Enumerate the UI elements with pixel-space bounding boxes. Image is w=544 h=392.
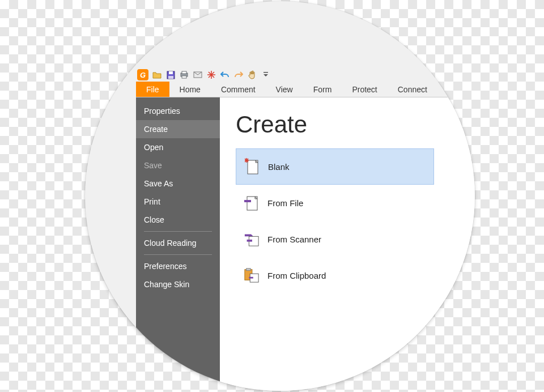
tab-form[interactable]: Form [303, 82, 342, 97]
menu-item-change-skin[interactable]: Change Skin [136, 275, 220, 293]
menu-item-label: Open [144, 143, 163, 152]
tab-file[interactable]: File [136, 82, 169, 97]
svg-rect-5 [182, 76, 186, 78]
menu-item-label: Create [144, 125, 168, 134]
tab-label: Form [313, 85, 332, 94]
quick-access-toolbar: G [136, 68, 475, 82]
file-backstage: Properties Create Open Save Save As Prin… [136, 97, 475, 391]
menu-divider [144, 254, 212, 255]
menu-item-properties[interactable]: Properties [136, 102, 220, 120]
panel-title: Create [236, 111, 475, 138]
tab-comment[interactable]: Comment [211, 82, 266, 97]
tab-label: Home [180, 85, 201, 94]
tab-label: Connect [398, 85, 427, 94]
menu-item-label: Close [144, 215, 164, 224]
create-option-label: Blank [268, 162, 290, 172]
create-option-from-scanner[interactable]: From Scanner [236, 221, 434, 257]
file-menu-sidebar: Properties Create Open Save Save As Prin… [136, 97, 220, 391]
create-option-label: From File [267, 198, 303, 208]
svg-rect-20 [247, 240, 252, 242]
tab-label: Comment [221, 85, 256, 94]
create-option-label: From Clipboard [267, 271, 326, 280]
tab-label: Protect [352, 85, 377, 94]
svg-rect-4 [182, 71, 186, 74]
blank-doc-icon [244, 159, 260, 174]
app-window: G [136, 68, 475, 391]
menu-item-label: Properties [144, 106, 180, 116]
svg-rect-18 [244, 200, 251, 202]
create-option-from-clipboard[interactable]: From Clipboard [236, 257, 434, 293]
circular-mask: G [85, 1, 475, 391]
create-option-label: From Scanner [267, 235, 321, 244]
svg-rect-24 [249, 277, 253, 279]
menu-item-label: Cloud Reading [144, 238, 197, 248]
svg-rect-2 [168, 76, 173, 79]
from-clipboard-icon [244, 267, 260, 283]
menu-item-save: Save [136, 156, 220, 174]
ribbon-tabs: File Home Comment View Form Protect Conn… [136, 82, 475, 97]
tab-view[interactable]: View [266, 82, 303, 97]
email-icon[interactable] [193, 70, 203, 80]
redo-icon[interactable] [233, 70, 244, 80]
svg-rect-22 [246, 269, 250, 271]
tab-label: File [146, 85, 159, 94]
save-icon[interactable] [165, 70, 176, 80]
menu-item-close[interactable]: Close [136, 211, 220, 229]
menu-item-print[interactable]: Print [136, 193, 220, 211]
undo-icon[interactable] [220, 70, 230, 80]
tab-label: View [276, 85, 293, 94]
create-panel: Create Blank From File [220, 97, 475, 391]
dropdown-icon[interactable] [261, 70, 271, 80]
menu-item-label: Save [144, 161, 162, 170]
open-folder-icon[interactable] [152, 70, 162, 80]
menu-item-open[interactable]: Open [136, 138, 220, 156]
menu-item-create[interactable]: Create [136, 120, 220, 138]
svg-rect-1 [169, 71, 173, 74]
menu-item-label: Preferences [144, 262, 186, 271]
menu-item-label: Print [144, 197, 160, 206]
hand-icon[interactable] [247, 70, 257, 80]
svg-rect-11 [264, 72, 268, 73]
create-option-blank[interactable]: Blank [236, 148, 434, 185]
from-file-icon [244, 195, 260, 211]
menu-divider [144, 231, 212, 232]
from-scanner-icon [244, 231, 260, 247]
new-burst-icon[interactable] [206, 70, 216, 80]
tab-protect[interactable]: Protect [342, 82, 387, 97]
menu-item-label: Change Skin [144, 280, 189, 289]
menu-item-preferences[interactable]: Preferences [136, 257, 220, 275]
print-icon[interactable] [179, 70, 189, 80]
tab-home[interactable]: Home [169, 82, 211, 97]
create-option-from-file[interactable]: From File [236, 185, 434, 221]
app-logo: G [137, 69, 148, 80]
menu-item-cloud-reading[interactable]: Cloud Reading [136, 234, 220, 252]
menu-item-save-as[interactable]: Save As [136, 174, 220, 193]
tab-connect[interactable]: Connect [388, 82, 437, 97]
menu-item-label: Save As [144, 179, 173, 188]
